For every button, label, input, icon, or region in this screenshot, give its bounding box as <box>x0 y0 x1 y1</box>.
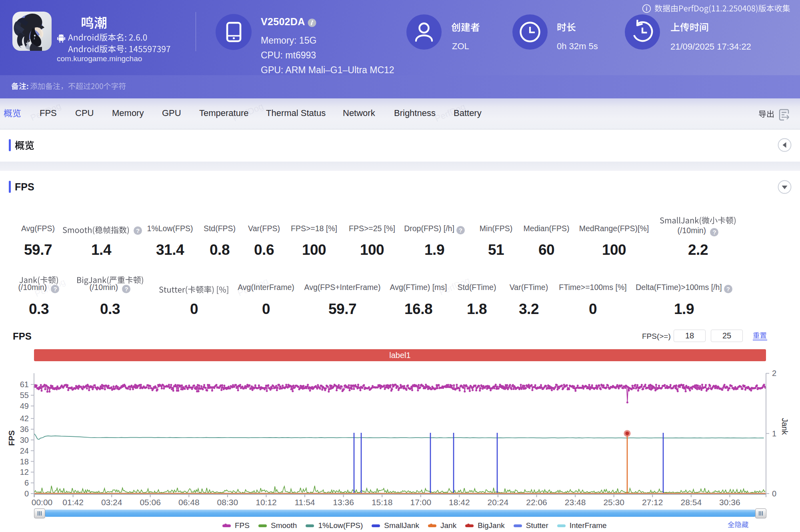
svg-text:15:18: 15:18 <box>372 498 393 507</box>
svg-text:06:48: 06:48 <box>178 498 200 507</box>
svg-text:28:54: 28:54 <box>681 498 702 507</box>
svg-text:20:24: 20:24 <box>488 498 509 507</box>
svg-text:36: 36 <box>20 425 29 434</box>
svg-text:0: 0 <box>24 489 29 498</box>
svg-text:61: 61 <box>20 380 29 389</box>
svg-text:10:12: 10:12 <box>256 498 277 507</box>
svg-text:18:42: 18:42 <box>449 498 470 507</box>
svg-text:30: 30 <box>20 436 29 444</box>
svg-text:1: 1 <box>772 429 776 438</box>
svg-text:05:06: 05:06 <box>140 498 161 507</box>
svg-text:2: 2 <box>772 369 776 378</box>
svg-text:Jank: Jank <box>780 418 789 435</box>
svg-text:30:36: 30:36 <box>719 498 740 507</box>
svg-text:23:48: 23:48 <box>565 498 586 507</box>
svg-text:00:00: 00:00 <box>32 498 53 507</box>
svg-text:22:06: 22:06 <box>526 498 547 507</box>
svg-text:55: 55 <box>20 391 29 400</box>
svg-text:24: 24 <box>20 446 29 455</box>
svg-text:01:42: 01:42 <box>62 498 84 507</box>
svg-text:27:12: 27:12 <box>642 498 663 507</box>
svg-text:FPS: FPS <box>7 430 16 446</box>
svg-text:6: 6 <box>24 478 29 487</box>
svg-text:13:36: 13:36 <box>333 498 354 507</box>
svg-text:0: 0 <box>772 489 776 498</box>
svg-text:17:00: 17:00 <box>410 498 432 507</box>
svg-text:12: 12 <box>20 468 29 476</box>
svg-text:03:24: 03:24 <box>101 498 122 507</box>
svg-text:49: 49 <box>20 402 29 410</box>
svg-text:42: 42 <box>20 414 29 423</box>
svg-text:25:30: 25:30 <box>603 498 624 507</box>
svg-text:11:54: 11:54 <box>295 498 315 507</box>
svg-text:08:30: 08:30 <box>217 498 238 507</box>
svg-text:18: 18 <box>20 457 29 466</box>
